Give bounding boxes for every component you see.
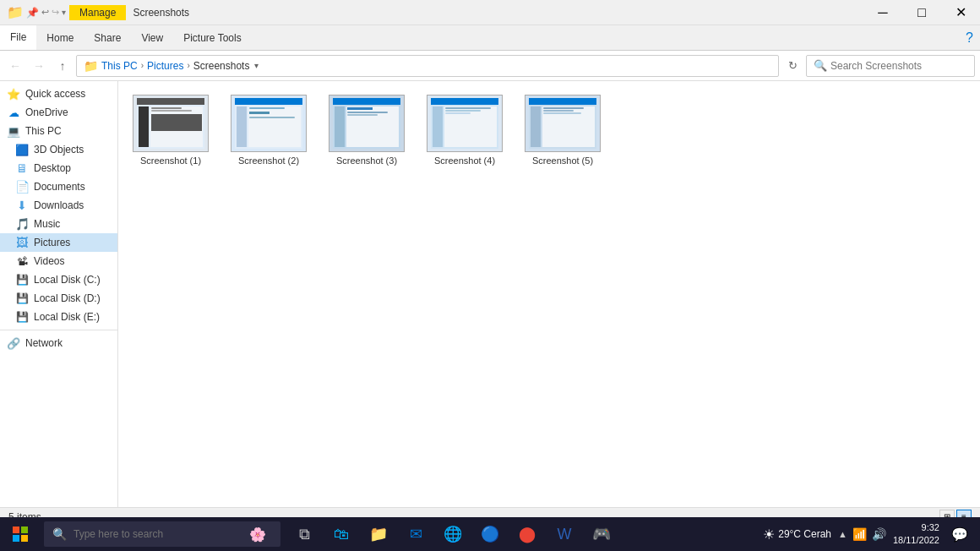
game-icon[interactable]: 🎮	[585, 517, 618, 551]
taskbar-clock[interactable]: 9:32 18/11/2022	[893, 521, 939, 548]
onedrive-icon: ☁	[7, 106, 20, 119]
filename-ss4: Screenshot (4)	[434, 155, 495, 166]
store-icon[interactable]: 🛍	[324, 517, 358, 551]
sidebar-item-quick-access[interactable]: ⭐ Quick access	[0, 85, 117, 103]
system-tray-icons: ▲ 📶 🔊	[838, 527, 886, 541]
forward-button[interactable]: →	[29, 56, 49, 76]
refresh-button[interactable]: ↻	[782, 56, 803, 76]
mail-icon[interactable]: ✉	[399, 517, 433, 551]
thumbnail-ss2	[231, 95, 307, 152]
undo-icon: ↩	[41, 7, 49, 18]
weather-widget[interactable]: ☀ 29°C Cerah	[763, 526, 831, 543]
search-icon: 🔍	[814, 59, 827, 72]
sidebar-item-3d-objects[interactable]: 🟦 3D Objects	[0, 140, 117, 159]
help-icon[interactable]: ?	[966, 30, 973, 46]
notification-center-button[interactable]: 💬	[946, 517, 973, 551]
tab-share[interactable]: Share	[84, 25, 131, 50]
sidebar-item-local-c[interactable]: 💾 Local Disk (C:)	[0, 270, 117, 289]
path-screenshots: Screenshots	[193, 60, 250, 72]
edge-icon[interactable]: 🌐	[436, 517, 470, 551]
ribbon: File Home Share View Picture Tools ?	[0, 25, 980, 51]
tab-home[interactable]: Home	[36, 25, 84, 50]
music-icon: 🎵	[15, 217, 29, 231]
window-title: Screenshots	[133, 7, 189, 19]
manage-tab: Manage	[69, 5, 126, 20]
sidebar-item-documents[interactable]: 📄 Documents	[0, 177, 117, 196]
svg-rect-3	[21, 535, 28, 542]
path-pictures[interactable]: Pictures	[147, 60, 183, 72]
local-c-icon: 💾	[15, 273, 29, 286]
search-box[interactable]: 🔍	[806, 55, 975, 77]
sidebar-divider	[0, 330, 117, 330]
minimize-button[interactable]: ─	[863, 0, 902, 25]
weather-text: 29°C Cerah	[778, 528, 831, 540]
close-button[interactable]: ✕	[941, 0, 980, 25]
path-sep-1: ›	[141, 61, 144, 70]
file-item-ss1[interactable]: Screenshot (1)	[128, 91, 213, 169]
sun-icon: ☀	[763, 526, 775, 543]
taskbar-search-box[interactable]: 🔍 🌸	[44, 521, 280, 547]
file-item-ss2[interactable]: Screenshot (2)	[226, 91, 311, 169]
title-bar-controls: ─ □ ✕	[863, 0, 980, 25]
downloads-icon: ⬇	[15, 199, 29, 212]
thumbnail-ss3	[329, 95, 405, 152]
volume-icon[interactable]: 🔊	[872, 527, 886, 541]
up-button[interactable]: ↑	[52, 56, 73, 76]
file-item-ss3[interactable]: Screenshot (3)	[324, 91, 409, 169]
clock-date: 18/11/2022	[893, 534, 939, 547]
sidebar-item-desktop[interactable]: 🖥 Desktop	[0, 159, 117, 177]
taskbar-search-icon: 🔍	[52, 527, 67, 541]
tab-view[interactable]: View	[131, 25, 173, 50]
tab-file[interactable]: File	[0, 25, 36, 50]
sidebar-item-pictures[interactable]: 🖼 Pictures	[0, 233, 117, 252]
filename-ss2: Screenshot (2)	[238, 155, 299, 166]
taskbar-search-input[interactable]	[74, 528, 242, 540]
sidebar-item-local-d[interactable]: 💾 Local Disk (D:)	[0, 289, 117, 308]
sidebar-item-onedrive[interactable]: ☁ OneDrive	[0, 103, 117, 122]
sidebar-item-local-e[interactable]: 💾 Local Disk (E:)	[0, 308, 117, 326]
file-content: Screenshot (1)	[118, 81, 980, 507]
sidebar-item-videos[interactable]: 📽 Videos	[0, 252, 117, 270]
chrome2-icon[interactable]: ⬤	[510, 517, 544, 551]
3d-objects-icon: 🟦	[15, 143, 29, 156]
title-bar: 📁 📌 ↩ ↪ ▾ Manage Screenshots ─ □ ✕	[0, 0, 980, 25]
tab-picture-tools[interactable]: Picture Tools	[173, 25, 251, 50]
sidebar-item-downloads[interactable]: ⬇ Downloads	[0, 196, 117, 215]
folder-path-icon: 📁	[84, 59, 98, 73]
sidebar-item-music[interactable]: 🎵 Music	[0, 215, 117, 233]
sidebar-label-network: Network	[25, 337, 63, 349]
task-view-button[interactable]: ⧉	[287, 517, 321, 551]
sidebar-label-local-d: Local Disk (D:)	[34, 292, 101, 304]
sidebar-item-this-pc[interactable]: 💻 This PC	[0, 122, 117, 140]
pin-icon: 📌	[26, 7, 39, 19]
sidebar-label-music: Music	[34, 218, 60, 230]
sidebar-label-3d-objects: 3D Objects	[34, 144, 84, 155]
this-pc-icon: 💻	[7, 124, 20, 138]
taskbar-right: ☀ 29°C Cerah ▲ 📶 🔊 9:32 18/11/2022 💬	[763, 517, 980, 551]
clock-time: 9:32	[893, 521, 939, 534]
quick-access-icon: ⭐	[7, 87, 20, 101]
cortana-icon: 🌸	[249, 526, 266, 543]
documents-icon: 📄	[15, 180, 29, 194]
address-path[interactable]: 📁 This PC › Pictures › Screenshots ▾	[76, 55, 779, 77]
file-item-ss4[interactable]: Screenshot (4)	[422, 91, 507, 169]
thumbnail-ss1	[133, 95, 209, 152]
sidebar-item-network[interactable]: 🔗 Network	[0, 334, 117, 352]
chrome-icon[interactable]: 🔵	[473, 517, 507, 551]
local-e-icon: 💾	[15, 310, 29, 324]
search-input[interactable]	[830, 60, 967, 72]
file-grid: Screenshot (1)	[128, 91, 970, 169]
sidebar-label-local-e: Local Disk (E:)	[34, 311, 100, 323]
sidebar-label-this-pc: This PC	[25, 125, 62, 137]
word-icon[interactable]: W	[547, 517, 581, 551]
sidebar-label-videos: Videos	[34, 255, 64, 267]
path-dropdown[interactable]: ▾	[254, 61, 259, 70]
file-explorer-taskbar-icon[interactable]: 📁	[362, 517, 395, 551]
start-button[interactable]	[0, 517, 41, 551]
file-item-ss5[interactable]: Screenshot (5)	[520, 91, 605, 169]
maximize-button[interactable]: □	[902, 0, 941, 25]
path-this-pc[interactable]: This PC	[101, 60, 138, 72]
network-tray-icon[interactable]: 📶	[852, 527, 867, 541]
chevron-up-icon[interactable]: ▲	[838, 529, 847, 539]
back-button[interactable]: ←	[5, 56, 25, 76]
